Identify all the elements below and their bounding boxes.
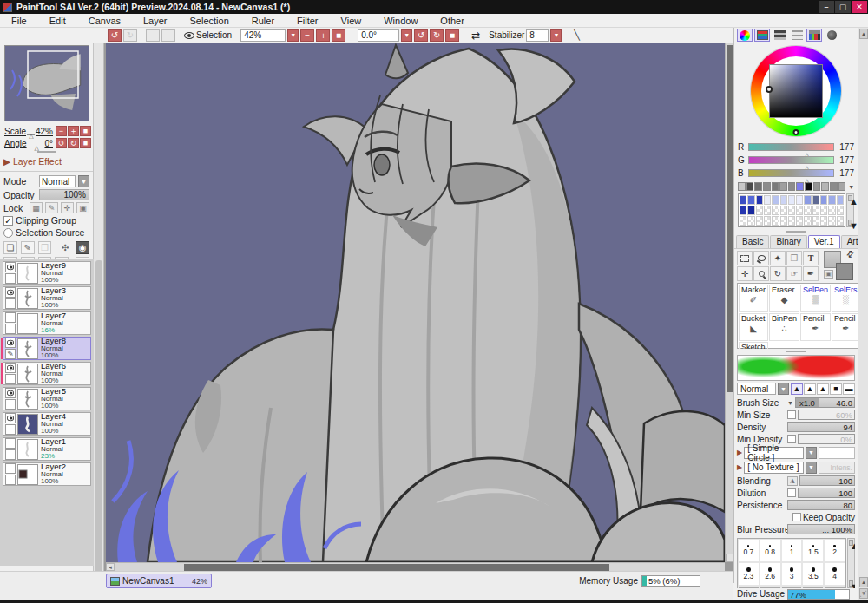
panel-grip[interactable]	[37, 151, 56, 153]
layer-row-layer8[interactable]: ✎Layer8Normal100%	[3, 337, 91, 360]
layer-thumbnail[interactable]	[17, 263, 38, 284]
panel-grip[interactable]	[786, 231, 806, 233]
tool-sketch[interactable]: Sketch✐	[739, 342, 768, 349]
history-swatch[interactable]	[754, 182, 762, 191]
lock-pixels-icon[interactable]: ✎	[45, 202, 58, 213]
color-swatch[interactable]	[747, 206, 754, 215]
layer-visibility-toggle[interactable]	[5, 388, 16, 398]
blue-slider[interactable]: △	[748, 169, 834, 177]
color-swatch[interactable]	[828, 206, 835, 215]
text-tool[interactable]: T	[803, 251, 819, 265]
brush-tip-shape[interactable]: ■	[830, 383, 842, 395]
history-swatch[interactable]	[746, 182, 754, 191]
layer-mode-dropdown-button[interactable]: ▼	[78, 175, 89, 187]
menu-filter[interactable]: Filter	[286, 15, 329, 27]
layer-extra-toggle[interactable]: ✎	[5, 349, 16, 359]
brush-texture-dropdown-button[interactable]: ▼	[806, 462, 817, 474]
color-swatch[interactable]	[828, 195, 835, 205]
color-wheel[interactable]	[734, 43, 858, 141]
layer-thumbnail[interactable]	[17, 439, 38, 460]
lasso-tool[interactable]	[753, 251, 769, 265]
history-swatch[interactable]	[821, 182, 829, 191]
layer-extra-toggle[interactable]	[5, 399, 16, 410]
close-button[interactable]: ✕	[852, 1, 867, 13]
navigator-preview[interactable]	[4, 45, 89, 121]
flip-icon[interactable]: ⇄	[471, 29, 480, 42]
history-swatch[interactable]	[830, 182, 838, 191]
new-layer-button[interactable]: ❏	[3, 241, 17, 254]
blending-pressure-icon[interactable]: ◮	[787, 476, 798, 486]
layer-thumbnail[interactable]	[17, 389, 38, 410]
right-panel-scrollbar[interactable]: ▲ ▲ ▼	[858, 28, 868, 600]
menu-selection[interactable]: Selection	[179, 15, 240, 27]
hsv-slider-toggle[interactable]	[772, 29, 787, 42]
line-tool-icon[interactable]: ╲	[574, 29, 580, 41]
brush-size-preset[interactable]: 0.8	[760, 539, 781, 562]
color-swatch[interactable]	[780, 206, 787, 215]
angle-slider[interactable]: △	[28, 139, 44, 147]
stabilizer-dropdown-button[interactable]: ▼	[550, 29, 562, 42]
tab-ver1[interactable]: Ver.1	[808, 235, 840, 248]
angle-reset-button[interactable]: ■	[445, 29, 459, 42]
swatch-scrollbar[interactable]: ▲▼	[846, 193, 854, 227]
left-panel-scrollbar[interactable]	[94, 43, 104, 571]
history-swatch[interactable]	[813, 182, 821, 191]
color-swatch[interactable]	[756, 195, 763, 205]
color-swatch[interactable]	[780, 216, 787, 226]
color-swatch[interactable]	[740, 206, 746, 215]
brush-size-slider[interactable]: x1.0 46.0	[795, 397, 855, 408]
blur-pressure-slider[interactable]: ... 100%	[787, 524, 855, 534]
layer-row-layer1[interactable]: Layer1Normal23%	[3, 437, 91, 461]
color-mixer-toggle[interactable]	[789, 29, 805, 42]
hue-cursor[interactable]	[793, 129, 799, 135]
brush-size-preset[interactable]: 1	[781, 539, 803, 562]
layer-row-layer3[interactable]: Layer3Normal100%	[3, 286, 91, 310]
min-density-slider[interactable]: 0%	[798, 434, 855, 444]
redo-button[interactable]: ↻	[123, 29, 137, 42]
canvas[interactable]	[106, 43, 725, 562]
layer-visibility-toggle[interactable]	[5, 312, 16, 323]
color-swatch[interactable]	[788, 206, 795, 215]
layer-visibility-toggle[interactable]	[5, 287, 16, 298]
color-swatch[interactable]	[756, 206, 763, 215]
swatches-toggle[interactable]	[806, 29, 822, 42]
minimize-button[interactable]: –	[819, 1, 834, 13]
toolbar-extra-button-1[interactable]	[146, 29, 160, 42]
brush-size-preset[interactable]: 2.6	[760, 562, 781, 586]
color-swatch[interactable]	[812, 195, 819, 205]
hand-tool[interactable]: ☞	[786, 266, 802, 281]
tool-binpen[interactable]: BinPen∴	[769, 313, 799, 341]
new-folder-button[interactable]: ❐	[38, 241, 52, 254]
brush-size-preset[interactable]: 3	[781, 562, 803, 586]
color-swatch[interactable]	[747, 216, 754, 226]
rotate-cw-button[interactable]: ↻	[430, 29, 444, 42]
brush-shape-extra-field[interactable]	[819, 447, 855, 459]
toolbar-extra-button-2[interactable]	[161, 29, 175, 42]
color-swatch[interactable]	[796, 195, 803, 205]
menu-ruler[interactable]: Ruler	[240, 15, 286, 27]
menu-other[interactable]: Other	[429, 15, 476, 27]
maximize-button[interactable]: ▢	[835, 1, 851, 13]
rotate-cw-small-button[interactable]: ↻	[68, 138, 79, 148]
opacity-slider[interactable]: 100%	[39, 189, 89, 200]
layer-visibility-toggle[interactable]	[5, 338, 16, 348]
magic-wand-tool[interactable]: ✦	[770, 251, 786, 265]
color-swatch[interactable]	[796, 216, 803, 226]
lock-position-icon[interactable]: ✛	[61, 202, 74, 213]
brush-size-preset[interactable]: 1.5	[802, 539, 824, 562]
menu-edit[interactable]: Edit	[38, 15, 77, 27]
lock-transparency-icon[interactable]: ▦	[30, 202, 43, 213]
red-slider[interactable]: △	[748, 143, 834, 151]
layer-visibility-toggle[interactable]	[5, 413, 16, 423]
new-linework-layer-button[interactable]: ✎	[21, 241, 35, 254]
history-swatch[interactable]	[796, 182, 804, 191]
menu-view[interactable]: View	[330, 15, 373, 27]
history-swatch[interactable]	[838, 182, 846, 191]
blending-slider[interactable]: 100	[799, 475, 855, 486]
zoom-out-button[interactable]: −	[300, 29, 314, 42]
layer-thumbnail[interactable]	[17, 364, 38, 384]
layer-visibility-toggle[interactable]	[5, 438, 16, 449]
color-swatch[interactable]	[764, 216, 771, 226]
color-swatch[interactable]	[837, 195, 844, 205]
color-swatch[interactable]	[812, 206, 819, 215]
